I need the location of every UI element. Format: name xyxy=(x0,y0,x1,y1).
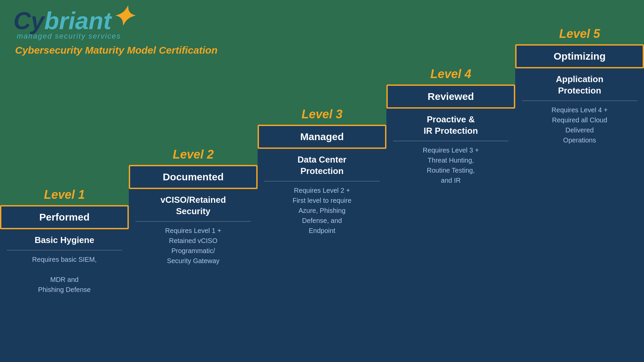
level-2-label: Level 2 xyxy=(129,147,258,162)
level-1-box-text: Performed xyxy=(39,211,90,223)
level-1-title: Basic Hygiene xyxy=(7,235,122,246)
level-4-box: Reviewed xyxy=(386,84,515,109)
level-1-body: Requires basic SIEM, MDR and Phishing De… xyxy=(7,254,122,295)
level-3-body: Requires Level 2 + First level to requir… xyxy=(264,185,380,236)
level-5-content: Application Protection Requires Level 4 … xyxy=(515,68,644,362)
level-1-label: Level 1 xyxy=(0,188,129,202)
level-5-col: Level 5 Optimizing Application Protectio… xyxy=(515,27,644,362)
level-3-box: Managed xyxy=(258,125,386,149)
level-1-content: Basic Hygiene Requires basic SIEM, MDR a… xyxy=(0,229,129,362)
logo-star-icon: ✦ xyxy=(111,2,134,32)
level-4-label: Level 4 xyxy=(386,67,515,81)
level-4-body: Requires Level 3 + Threat Hunting, Routi… xyxy=(393,145,508,185)
level-4-content: Proactive & IR Protection Requires Level… xyxy=(386,109,515,362)
level-1-box: Performed xyxy=(0,205,129,229)
level-2-content: vCISO/Retained Security Requires Level 1… xyxy=(129,189,258,362)
level-3-col: Level 3 Managed Data Center Protection R… xyxy=(258,107,386,362)
level-4-title: Proactive & IR Protection xyxy=(393,114,508,137)
level-5-box: Optimizing xyxy=(515,44,644,68)
level-5-body: Requires Level 4 + Required all Cloud De… xyxy=(522,105,637,145)
level-2-col: Level 2 Documented vCISO/Retained Securi… xyxy=(129,147,258,362)
logo-cy: Cy xyxy=(13,7,44,34)
level-2-box: Documented xyxy=(129,165,258,189)
level-5-label: Level 5 xyxy=(515,27,644,41)
level-3-title: Data Center Protection xyxy=(264,154,380,177)
level-1-col: Level 1 Performed Basic Hygiene Requires… xyxy=(0,188,129,362)
main-title: Cybersecurity Maturity Model Certificati… xyxy=(15,45,217,56)
level-2-box-text: Documented xyxy=(163,171,224,183)
level-3-content: Data Center Protection Requires Level 2 … xyxy=(258,149,386,362)
logo-briant: briant xyxy=(44,7,111,34)
level-4-col: Level 4 Reviewed Proactive & IR Protecti… xyxy=(386,67,515,362)
logo-area: Cybriant✦ managed security services Cybe… xyxy=(13,7,217,56)
level-5-title: Application Protection xyxy=(522,74,637,97)
level-2-body: Requires Level 1 + Retained vCISO Progra… xyxy=(136,226,251,266)
level-2-title: vCISO/Retained Security xyxy=(136,194,251,217)
level-3-box-text: Managed xyxy=(300,131,344,143)
level-4-box-text: Reviewed xyxy=(428,90,474,103)
level-5-box-text: Optimizing xyxy=(554,50,606,62)
staircase: Level 1 Performed Basic Hygiene Requires… xyxy=(0,60,644,362)
level-3-label: Level 3 xyxy=(258,107,386,121)
